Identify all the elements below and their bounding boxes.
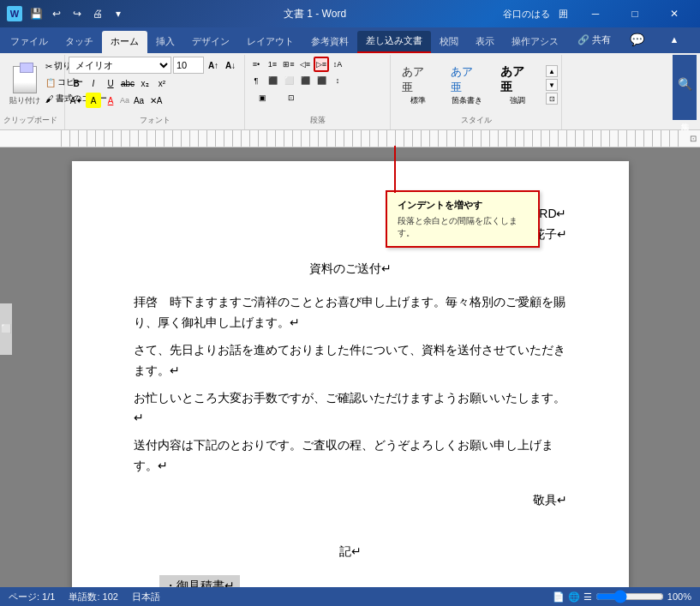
vertical-scrollbar[interactable]: ⬜ xyxy=(0,303,12,355)
shading-btn[interactable]: ▣ xyxy=(248,90,276,105)
bullets-btn[interactable]: ≡• xyxy=(248,57,264,72)
clipboard-label: クリップボード xyxy=(3,113,57,128)
change-case-btn[interactable]: Aa xyxy=(131,93,147,108)
qa-more-btn[interactable]: ▾ xyxy=(110,5,127,22)
ruler-toggle[interactable]: ⊡ xyxy=(686,134,700,143)
maximize-btn[interactable]: □ xyxy=(616,0,654,27)
tab-design[interactable]: デザイン xyxy=(183,31,238,53)
app-icon: W xyxy=(7,6,22,21)
paragraph-label: 段落 xyxy=(310,113,326,128)
list-item-1-text: ・御見積書↵ xyxy=(159,575,240,587)
redo-btn[interactable]: ↪ xyxy=(69,5,86,22)
title-bar-right: 谷口のはる 囲 ─ □ ✕ xyxy=(503,0,693,27)
styles-scroll: ▲ ▼ ⊡ xyxy=(546,65,558,105)
format-icon: 🖌 xyxy=(45,94,54,104)
tab-layout[interactable]: レイアウト xyxy=(238,31,302,53)
doc-list: ・御見積書↵ ・プロジェクト資料↵ xyxy=(159,575,567,587)
view-print-btn[interactable]: 📄 xyxy=(553,591,565,603)
document-area: ⬜ 会社 WORD↵ 鈴木 花子↵ 資料のご送付↵ 拝啓 時下ますますご清祥のこ… xyxy=(0,147,700,587)
style-normal[interactable]: あア亜 標準 xyxy=(394,61,441,110)
clipboard-group: 貼り付け ✂ 切り取り 📋 コピー 🖌 書式のコピー クリップボード xyxy=(3,55,65,129)
font-name-selector[interactable]: メイリオ xyxy=(69,57,171,74)
increase-font-size-btn[interactable]: A↑ xyxy=(206,57,221,73)
bold-btn[interactable]: B xyxy=(69,75,84,91)
style-strong[interactable]: あア亜 強調 xyxy=(493,61,542,110)
undo-btn[interactable]: ↩ xyxy=(48,5,65,22)
tab-review[interactable]: 校閲 xyxy=(431,31,467,53)
font-size-label: Aa xyxy=(120,96,129,105)
italic-btn[interactable]: I xyxy=(86,75,101,91)
styles-scroll-up[interactable]: ▲ xyxy=(546,65,558,77)
strikethrough-btn[interactable]: abc xyxy=(120,75,135,91)
font-color-btn[interactable]: A xyxy=(103,93,118,108)
style-normal-label: 標準 xyxy=(410,95,426,106)
increase-indent-btn[interactable]: ▷≡ xyxy=(314,57,329,72)
tab-home[interactable]: ホーム xyxy=(102,31,147,53)
search-btn[interactable]: 🔍 xyxy=(673,55,697,113)
numbering-btn[interactable]: 1≡ xyxy=(265,57,280,72)
multilevel-btn[interactable]: ⊞≡ xyxy=(281,57,296,72)
list-item-1: ・御見積書↵ xyxy=(159,575,567,587)
tab-view[interactable]: 表示 xyxy=(467,31,503,53)
highlight-btn[interactable]: A xyxy=(86,93,101,108)
doc-para-2: さて、先日よりお話を進めておりました件について、資料を送付させていただきます。↵ xyxy=(134,340,567,381)
print-btn[interactable]: 🖨 xyxy=(89,5,106,22)
align-left-btn[interactable]: ⬛ xyxy=(265,73,280,88)
ribbon-collapse-btn[interactable]: ▲ xyxy=(655,26,693,53)
decrease-font-size-btn[interactable]: A↓ xyxy=(223,57,238,73)
doc-para-3: お忙しいところ大変お手数ですが、ご確認いただけますようお願いいたします。↵ xyxy=(134,388,567,429)
page-indicator: ページ: 1/1 xyxy=(9,591,55,603)
save-quick-btn[interactable]: 💾 xyxy=(27,5,45,22)
align-center-btn[interactable]: ⬜ xyxy=(281,73,296,88)
style-list[interactable]: あア亜 箇条書き xyxy=(443,61,490,110)
decrease-indent-btn[interactable]: ◁≡ xyxy=(297,57,313,72)
underline-btn[interactable]: U xyxy=(103,75,118,91)
doc-title-text: 資料のご送付↵ xyxy=(309,261,392,275)
zoom-slider[interactable] xyxy=(595,590,664,603)
style-list-label: 箇条書き xyxy=(452,95,482,106)
doc-spacer xyxy=(134,511,567,528)
paste-label: 貼り付け xyxy=(9,95,40,106)
border-btn[interactable]: ⊡ xyxy=(278,90,305,105)
document-page: 会社 WORD↵ 鈴木 花子↵ 資料のご送付↵ 拝啓 時下ますますご清祥のことと… xyxy=(72,161,629,587)
show-marks-btn[interactable]: ¶ xyxy=(248,73,264,88)
paste-button[interactable]: 貼り付け xyxy=(7,57,43,115)
tooltip-arrow xyxy=(394,146,396,193)
tab-touch[interactable]: タッチ xyxy=(57,31,102,53)
tooltip-box: インデントを増やす 段落と余白との間隔を広くします。 xyxy=(386,190,540,248)
share-btn[interactable]: 🔗 共有 xyxy=(571,26,618,53)
doc-closing: 敬具↵ xyxy=(134,490,567,511)
close-btn[interactable]: ✕ xyxy=(655,0,693,27)
view-controls: 📄 🌐 ☰ 100% xyxy=(553,590,691,603)
title-center: 文書 1 - Word xyxy=(284,7,346,21)
style-strong-preview: あア亜 xyxy=(500,64,535,95)
line-spacing-btn[interactable]: ↕ xyxy=(330,73,345,88)
styles-more-btn[interactable]: ⊡ xyxy=(546,93,558,105)
title-bar: W 💾 ↩ ↪ 🖨 ▾ 文書 1 - Word 谷口のはる 囲 ─ □ ✕ xyxy=(0,0,700,27)
styles-grid: あア亜 標準 あア亜 箇条書き あア亜 強調 ▲ ▼ ⊡ xyxy=(394,57,558,113)
sort-btn[interactable]: ↕A xyxy=(330,57,345,72)
tab-file[interactable]: ファイル xyxy=(2,31,57,53)
font-label: フォント xyxy=(140,113,171,128)
word-count: 単語数: 102 xyxy=(69,591,117,603)
copy-icon: 📋 xyxy=(45,78,56,87)
tab-mailings[interactable]: 差し込み文書 xyxy=(357,31,431,53)
tab-help[interactable]: 操作アシス xyxy=(503,31,567,53)
tab-references[interactable]: 参考資料 xyxy=(302,31,357,53)
view-outline-btn[interactable]: ☰ xyxy=(583,591,592,603)
doc-title: 資料のご送付↵ xyxy=(134,259,567,279)
clear-format-btn[interactable]: ✕A xyxy=(148,93,164,108)
font-size-input[interactable] xyxy=(173,57,204,74)
superscript-btn[interactable]: x² xyxy=(154,75,170,91)
styles-scroll-down[interactable]: ▼ xyxy=(546,79,558,91)
subscript-btn[interactable]: x₂ xyxy=(137,75,153,91)
align-right-btn[interactable]: ⬛ xyxy=(297,73,313,88)
view-web-btn[interactable]: 🌐 xyxy=(568,591,580,603)
text-effect-btn[interactable]: A✦ xyxy=(69,93,84,108)
tooltip-description: 段落と余白との間隔を広くします。 xyxy=(398,215,528,239)
styles-label: スタイル xyxy=(461,113,492,128)
justify-btn[interactable]: ⬛ xyxy=(314,73,329,88)
minimize-btn[interactable]: ─ xyxy=(577,0,614,27)
ribbon-comment-btn[interactable]: 💬 xyxy=(618,26,655,53)
tab-insert[interactable]: 挿入 xyxy=(147,31,183,53)
